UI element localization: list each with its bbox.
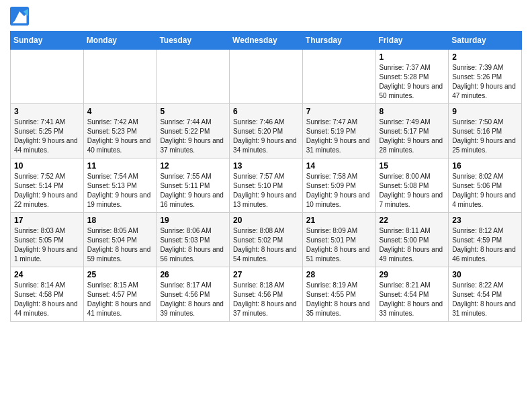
weekday-header-thursday: Thursday <box>302 32 375 50</box>
day-number: 4 <box>87 107 153 116</box>
calendar-cell: 18Sunrise: 8:05 AM Sunset: 5:04 PM Dayli… <box>83 213 157 267</box>
day-info: Sunrise: 8:02 AM Sunset: 5:06 PM Dayligh… <box>452 172 518 210</box>
calendar-cell: 23Sunrise: 8:12 AM Sunset: 4:59 PM Dayli… <box>449 213 522 267</box>
day-info: Sunrise: 8:09 AM Sunset: 5:01 PM Dayligh… <box>306 226 372 264</box>
calendar-cell: 5Sunrise: 7:44 AM Sunset: 5:22 PM Daylig… <box>157 104 230 158</box>
day-number: 17 <box>14 216 80 225</box>
day-number: 8 <box>380 107 445 116</box>
day-number: 24 <box>14 270 80 279</box>
day-number: 1 <box>380 52 445 62</box>
calendar-cell: 6Sunrise: 7:46 AM Sunset: 5:20 PM Daylig… <box>230 104 303 158</box>
day-info: Sunrise: 7:39 AM Sunset: 5:26 PM Dayligh… <box>452 63 518 101</box>
day-info: Sunrise: 8:15 AM Sunset: 4:57 PM Dayligh… <box>87 281 153 318</box>
day-info: Sunrise: 8:00 AM Sunset: 5:08 PM Dayligh… <box>380 172 445 210</box>
calendar-cell <box>302 50 375 104</box>
day-number: 19 <box>160 216 226 225</box>
day-info: Sunrise: 8:22 AM Sunset: 4:54 PM Dayligh… <box>452 281 518 318</box>
day-number: 28 <box>306 270 372 279</box>
day-number: 21 <box>306 216 372 225</box>
calendar-cell: 9Sunrise: 7:50 AM Sunset: 5:16 PM Daylig… <box>449 104 522 158</box>
calendar-cell: 4Sunrise: 7:42 AM Sunset: 5:23 PM Daylig… <box>83 104 157 158</box>
day-number: 5 <box>160 107 226 116</box>
calendar-cell: 1Sunrise: 7:37 AM Sunset: 5:28 PM Daylig… <box>375 50 449 104</box>
weekday-header-tuesday: Tuesday <box>157 32 230 50</box>
page: SundayMondayTuesdayWednesdayThursdayFrid… <box>0 0 532 328</box>
calendar-cell: 7Sunrise: 7:47 AM Sunset: 5:19 PM Daylig… <box>302 104 375 158</box>
calendar-cell: 22Sunrise: 8:11 AM Sunset: 5:00 PM Dayli… <box>375 213 449 267</box>
calendar-cell: 11Sunrise: 7:54 AM Sunset: 5:13 PM Dayli… <box>83 158 157 213</box>
day-info: Sunrise: 7:46 AM Sunset: 5:20 PM Dayligh… <box>233 118 299 155</box>
calendar-cell: 10Sunrise: 7:52 AM Sunset: 5:14 PM Dayli… <box>11 158 84 213</box>
day-info: Sunrise: 8:14 AM Sunset: 4:58 PM Dayligh… <box>14 281 80 318</box>
day-info: Sunrise: 8:21 AM Sunset: 4:54 PM Dayligh… <box>380 281 445 318</box>
logo-icon <box>10 7 29 26</box>
weekday-header-wednesday: Wednesday <box>230 32 303 50</box>
day-info: Sunrise: 7:42 AM Sunset: 5:23 PM Dayligh… <box>87 118 153 155</box>
day-number: 3 <box>14 107 80 116</box>
day-number: 16 <box>452 161 518 171</box>
day-number: 15 <box>380 161 445 171</box>
day-info: Sunrise: 7:50 AM Sunset: 5:16 PM Dayligh… <box>452 118 518 155</box>
calendar-cell: 26Sunrise: 8:17 AM Sunset: 4:56 PM Dayli… <box>157 267 230 322</box>
logo <box>10 7 32 26</box>
calendar-cell: 21Sunrise: 8:09 AM Sunset: 5:01 PM Dayli… <box>302 213 375 267</box>
day-number: 30 <box>452 270 518 279</box>
day-info: Sunrise: 7:41 AM Sunset: 5:25 PM Dayligh… <box>14 118 80 155</box>
day-number: 10 <box>14 161 80 171</box>
day-number: 27 <box>233 270 299 279</box>
weekday-header-saturday: Saturday <box>449 32 522 50</box>
day-number: 22 <box>380 216 445 225</box>
day-number: 6 <box>233 107 299 116</box>
calendar-cell <box>157 50 230 104</box>
day-info: Sunrise: 7:37 AM Sunset: 5:28 PM Dayligh… <box>380 63 445 101</box>
calendar-cell: 12Sunrise: 7:55 AM Sunset: 5:11 PM Dayli… <box>157 158 230 213</box>
calendar-cell <box>230 50 303 104</box>
calendar-cell <box>11 50 84 104</box>
calendar-cell: 29Sunrise: 8:21 AM Sunset: 4:54 PM Dayli… <box>375 267 449 322</box>
calendar-cell: 14Sunrise: 7:58 AM Sunset: 5:09 PM Dayli… <box>302 158 375 213</box>
weekday-header-sunday: Sunday <box>11 32 84 50</box>
weekday-header-row: SundayMondayTuesdayWednesdayThursdayFrid… <box>11 32 522 50</box>
day-number: 13 <box>233 161 299 171</box>
day-info: Sunrise: 8:08 AM Sunset: 5:02 PM Dayligh… <box>233 226 299 264</box>
day-info: Sunrise: 7:58 AM Sunset: 5:09 PM Dayligh… <box>306 172 372 210</box>
day-number: 25 <box>87 270 153 279</box>
calendar-cell: 28Sunrise: 8:19 AM Sunset: 4:55 PM Dayli… <box>302 267 375 322</box>
day-number: 2 <box>452 52 518 62</box>
day-number: 29 <box>380 270 445 279</box>
calendar-cell: 20Sunrise: 8:08 AM Sunset: 5:02 PM Dayli… <box>230 213 303 267</box>
calendar-week-row: 10Sunrise: 7:52 AM Sunset: 5:14 PM Dayli… <box>11 158 522 213</box>
calendar-cell: 25Sunrise: 8:15 AM Sunset: 4:57 PM Dayli… <box>83 267 157 322</box>
day-info: Sunrise: 8:11 AM Sunset: 5:00 PM Dayligh… <box>380 226 445 264</box>
day-info: Sunrise: 8:17 AM Sunset: 4:56 PM Dayligh… <box>160 281 226 318</box>
day-info: Sunrise: 7:47 AM Sunset: 5:19 PM Dayligh… <box>306 118 372 155</box>
day-number: 18 <box>87 216 153 225</box>
calendar-cell: 2Sunrise: 7:39 AM Sunset: 5:26 PM Daylig… <box>449 50 522 104</box>
weekday-header-friday: Friday <box>375 32 449 50</box>
calendar-cell: 15Sunrise: 8:00 AM Sunset: 5:08 PM Dayli… <box>375 158 449 213</box>
day-info: Sunrise: 8:03 AM Sunset: 5:05 PM Dayligh… <box>14 226 80 264</box>
calendar-cell: 8Sunrise: 7:49 AM Sunset: 5:17 PM Daylig… <box>375 104 449 158</box>
day-info: Sunrise: 7:44 AM Sunset: 5:22 PM Dayligh… <box>160 118 226 155</box>
calendar-cell: 30Sunrise: 8:22 AM Sunset: 4:54 PM Dayli… <box>449 267 522 322</box>
day-number: 9 <box>452 107 518 116</box>
calendar-cell: 17Sunrise: 8:03 AM Sunset: 5:05 PM Dayli… <box>11 213 84 267</box>
day-info: Sunrise: 8:12 AM Sunset: 4:59 PM Dayligh… <box>452 226 518 264</box>
calendar-week-row: 24Sunrise: 8:14 AM Sunset: 4:58 PM Dayli… <box>11 267 522 322</box>
calendar-cell: 19Sunrise: 8:06 AM Sunset: 5:03 PM Dayli… <box>157 213 230 267</box>
day-number: 11 <box>87 161 153 171</box>
calendar-table: SundayMondayTuesdayWednesdayThursdayFrid… <box>10 31 522 322</box>
day-number: 23 <box>452 216 518 225</box>
day-number: 26 <box>160 270 226 279</box>
header <box>10 7 522 26</box>
day-info: Sunrise: 8:06 AM Sunset: 5:03 PM Dayligh… <box>160 226 226 264</box>
day-number: 14 <box>306 161 372 171</box>
day-info: Sunrise: 7:57 AM Sunset: 5:10 PM Dayligh… <box>233 172 299 210</box>
day-info: Sunrise: 7:54 AM Sunset: 5:13 PM Dayligh… <box>87 172 153 210</box>
day-info: Sunrise: 7:49 AM Sunset: 5:17 PM Dayligh… <box>380 118 445 155</box>
calendar-cell: 3Sunrise: 7:41 AM Sunset: 5:25 PM Daylig… <box>11 104 84 158</box>
weekday-header-monday: Monday <box>83 32 157 50</box>
day-info: Sunrise: 8:19 AM Sunset: 4:55 PM Dayligh… <box>306 281 372 318</box>
calendar-week-row: 17Sunrise: 8:03 AM Sunset: 5:05 PM Dayli… <box>11 213 522 267</box>
day-info: Sunrise: 7:55 AM Sunset: 5:11 PM Dayligh… <box>160 172 226 210</box>
